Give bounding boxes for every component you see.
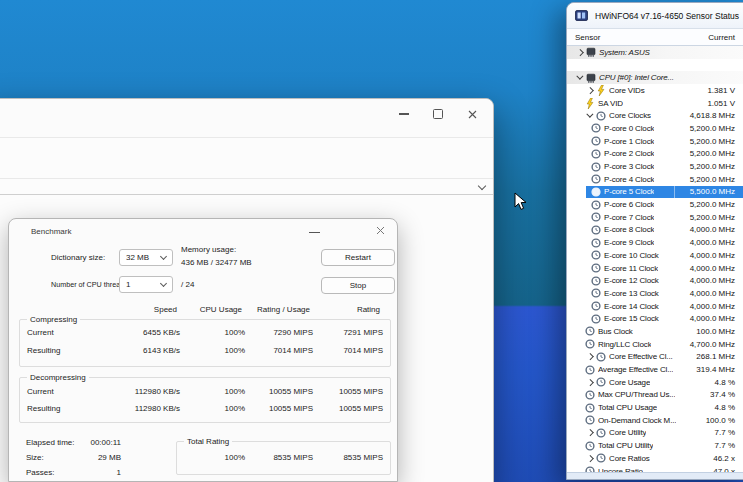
dictionary-size-select[interactable]: 32 MB [119,249,173,266]
sensor-row[interactable]: E-core 9 Clock4,000.0 MHz [567,236,743,249]
clock-icon [585,364,595,375]
chevron-down-icon [160,280,167,287]
sensor-row[interactable]: Uncore Ratio47.0 x [567,465,743,472]
chevron-down-icon[interactable] [478,182,486,190]
sensor-label: On-Demand Clock M... [598,416,676,425]
sensor-value: 7.7 % [711,441,735,450]
sensor-label: P-core 4 Clock [604,175,654,184]
expander-expand-icon[interactable] [585,453,595,463]
clock-icon [591,237,601,248]
benchmark-dialog: Benchmark Dictionary size: 32 MB Memory … [8,218,398,482]
cpu-threads-total: / 24 [181,280,194,289]
sensor-label: P-core 3 Clock [604,162,654,171]
sensor-row[interactable]: Average Effective Cl...319.4 MHz [567,363,743,376]
sensor-row[interactable]: Core VIDs1.381 V [567,84,743,97]
stop-button[interactable]: Stop [321,277,395,294]
clock-icon [591,136,601,147]
sensor-row[interactable]: E-core 14 Clock4,000.0 MHz [567,300,743,313]
passes-label: Passes: [26,468,54,477]
hwinfo-titlebar[interactable]: HWiNFO64 v7.16-4650 Sensor Status [567,3,743,29]
sensor-row[interactable]: P-core 5 Clock5,500.0 MHz [567,186,743,199]
sensor-row[interactable]: P-core 7 Clock5,200.0 MHz [567,211,743,224]
expander-expand-icon[interactable] [575,47,585,57]
sensor-row[interactable]: Bus Clock100.0 MHz [567,325,743,338]
sensor-row[interactable]: Core Clocks4,618.8 MHz [567,109,743,122]
sensor-row[interactable]: P-core 2 Clock5,200.0 MHz [567,148,743,161]
file-manager-titlebar[interactable] [0,99,493,138]
sensor-row[interactable]: Ring/LLC Clock4,700.0 MHz [567,338,743,351]
sensor-row[interactable]: Total CPU Utility7.7 % [567,439,743,452]
sensor-value: 4,000.0 MHz [686,238,735,247]
sensor-row[interactable]: E-core 10 Clock4,000.0 MHz [567,249,743,262]
close-icon [468,110,477,119]
sensor-label: System: ASUS [599,48,650,57]
clock-icon [591,313,601,324]
elapsed-time-value: 00:00:11 [61,438,121,447]
expander-expand-icon[interactable] [585,85,595,95]
close-button[interactable] [457,99,487,129]
sensor-label: Core Effective Cl... [609,352,673,361]
expander-collapse-icon[interactable] [585,111,595,121]
clock-icon [591,263,601,274]
sensor-column-header[interactable]: Sensor [575,33,600,42]
decompressing-group: Decompressing Current 112980 KB/s 100% 1… [19,377,391,423]
sensor-row[interactable]: P-core 4 Clock5,200.0 MHz [567,173,743,186]
clock-icon [585,402,595,413]
sensor-value: 5,200.0 MHz [686,200,735,209]
expander-expand-icon[interactable] [585,352,595,362]
sensor-value: 5,200.0 MHz [686,137,735,146]
clock-icon [591,224,601,235]
sensor-value: 5,200.0 MHz [686,213,735,222]
sensor-row[interactable]: Total CPU Usage4.8 % [567,401,743,414]
expander-expand-icon[interactable] [585,377,595,387]
sensor-row[interactable]: P-core 3 Clock5,200.0 MHz [567,160,743,173]
sensor-row[interactable]: E-core 13 Clock4,000.0 MHz [567,287,743,300]
decompressing-label: Decompressing [27,373,89,382]
sensor-row[interactable]: Max CPU/Thread Us...37.4 % [567,389,743,402]
sensor-group-row[interactable]: CPU [#0]: Intel Core... [567,71,743,84]
sensor-row[interactable]: E-core 12 Clock4,000.0 MHz [567,274,743,287]
sensor-label: SA VID [598,99,623,108]
sensor-value: 5,200.0 MHz [686,162,735,171]
sensor-row[interactable]: P-core 1 Clock5,200.0 MHz [567,135,743,148]
sensor-row[interactable]: E-core 8 Clock4,000.0 MHz [567,224,743,237]
sensor-value: 37.4 % [706,390,735,399]
sensor-value: 7.7 % [711,428,735,437]
sensor-row[interactable]: Core Ratios46.2 x [567,452,743,465]
address-bar[interactable] [0,179,493,195]
minimize-icon[interactable] [309,232,320,233]
clock-icon [591,288,601,299]
cpu-threads-select[interactable]: 1 [119,276,173,293]
sensor-row[interactable]: Core Utility7.7 % [567,427,743,440]
expander-collapse-icon[interactable] [575,73,585,83]
file-manager-toolbar [0,138,493,179]
close-icon[interactable] [376,226,385,235]
sensor-group-row[interactable]: System: ASUS [567,46,743,59]
hwinfo-sensor-window: HWiNFO64 v7.16-4650 Sensor Status Sensor… [566,2,743,480]
minimize-button[interactable] [389,99,419,129]
clock-icon [591,186,601,197]
expander-expand-icon[interactable] [585,428,595,438]
sensor-label: E-core 8 Clock [604,225,654,234]
sensor-row[interactable]: E-core 15 Clock4,000.0 MHz [567,312,743,325]
window-title: HWiNFO64 v7.16-4650 Sensor Status [595,11,739,21]
restart-button[interactable]: Restart [321,249,395,266]
sensor-row[interactable]: P-core 0 Clock5,200.0 MHz [567,122,743,135]
current-column-header[interactable]: Current [708,33,735,42]
maximize-button[interactable] [423,99,453,129]
sensor-label: P-core 0 Clock [604,124,654,133]
sensor-list[interactable]: System: ASUSCPU [#0]: Intel Core...Core … [567,46,743,472]
sensor-row[interactable]: E-core 11 Clock4,000.0 MHz [567,262,743,275]
sensor-label: E-core 13 Clock [604,289,659,298]
column-headers[interactable]: Sensor Current [567,29,743,46]
bolt-icon [585,98,595,109]
sensor-row[interactable]: Core Effective Cl...268.1 MHz [567,351,743,364]
sensor-row[interactable]: SA VID1.051 V [567,97,743,110]
sensor-row[interactable]: P-core 6 Clock5,200.0 MHz [567,198,743,211]
clock-icon [585,326,595,337]
sensor-label: Uncore Ratio [598,467,643,472]
desktop: Benchmark Dictionary size: 32 MB Memory … [0,0,743,482]
sensor-value: 4.8 % [711,403,735,412]
sensor-row[interactable]: Core Usage4.8 % [567,376,743,389]
sensor-row[interactable]: On-Demand Clock M...100.0 % [567,414,743,427]
